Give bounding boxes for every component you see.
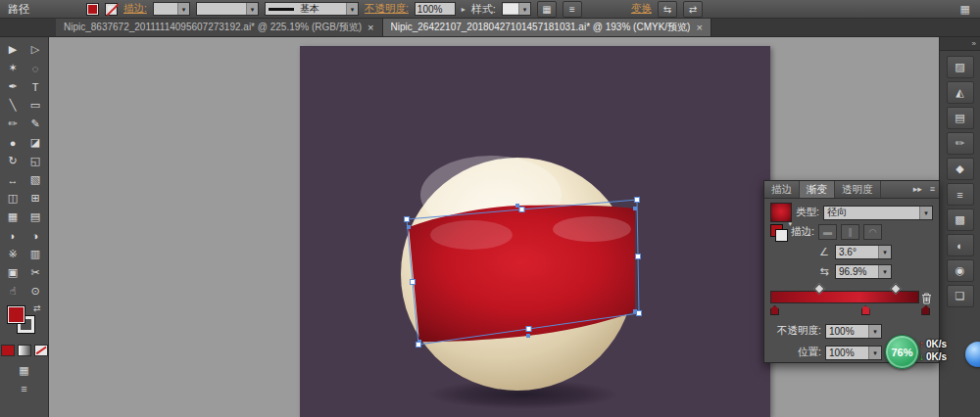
direct-selection-tool[interactable]: ▷ [24,40,47,59]
stop-location-select[interactable]: 100% ▾ [825,346,882,360]
angle-icon: ∠ [817,246,831,258]
zoom-tool[interactable]: ⊙ [24,282,47,301]
stroke-along-button[interactable]: ∥ [841,224,859,240]
width-tool[interactable]: ↔ [2,170,24,189]
close-icon[interactable]: × [368,22,373,33]
hand-tool[interactable]: ☝ [2,282,24,301]
object-type-label: 路径 [8,2,29,17]
tab-stroke[interactable]: 描边 [764,181,800,198]
magic-wand-tool[interactable]: ✶ [2,59,24,77]
paintbrush-tool[interactable]: ✏ [2,115,24,133]
rotate-tool[interactable]: ↻ [2,152,24,170]
gradient-mode-button[interactable] [18,345,31,356]
stroke-color-swatch[interactable] [105,3,118,16]
document-tab-1[interactable]: Nipic_8637672_20111114095607273192.ai* @… [56,19,383,36]
type-tool[interactable]: T [24,77,47,96]
aspect-ratio-input[interactable]: 96.9% ▾ [835,264,892,279]
stroke-within-button[interactable]: ▬ [818,224,837,240]
color-guide-panel-icon[interactable]: ◭ [947,81,974,104]
tab-gradient[interactable]: 渐变 [800,181,835,198]
fill-indicator[interactable] [7,305,25,324]
style-label: 样式: [471,2,496,17]
swap-fill-stroke-icon[interactable]: ⇄ [33,303,41,313]
stroke-panel-link[interactable]: 描边: [123,2,147,16]
mode-buttons: ▦ ≡ [0,364,48,394]
gradient-tool[interactable]: ▤ [24,208,47,226]
style-swatch-combo[interactable]: ▾ [502,2,531,16]
pencil-tool[interactable]: ✎ [24,115,47,133]
drawing-mode-button[interactable]: ▦ [19,364,28,377]
opacity-panel-link[interactable]: 不透明度: [365,2,409,16]
close-icon[interactable]: × [696,22,702,33]
free-transform-tool[interactable]: ▧ [24,170,47,189]
tab-transparency[interactable]: 透明度 [835,181,881,198]
scale-tool[interactable]: ◱ [24,152,47,170]
fill-color-swatch[interactable] [86,3,99,16]
selection-tool[interactable]: ▶ [2,40,24,59]
preferences-button[interactable]: ≡ [563,1,582,18]
color-panel-icon[interactable]: ▨ [947,56,974,78]
eyedropper-tool[interactable]: ◗ [2,226,24,245]
gradient-panel-icon[interactable]: ▩ [947,208,974,231]
gradient-stop[interactable] [921,305,930,315]
stroke-gradient-swatch[interactable] [770,224,787,241]
pathfinder-button[interactable]: ⇄ [683,1,703,18]
opacity-input[interactable]: 100% [415,2,456,16]
panel-menu-icon[interactable]: ≡ [926,181,939,198]
eraser-tool[interactable]: ◪ [24,133,47,152]
collapse-icon[interactable]: ▸▸ [909,181,926,198]
delete-stop-button[interactable] [919,292,933,304]
stop-location-label: 位置: [770,346,821,359]
brush-definition-combo[interactable]: 基本▾ [265,2,359,16]
transform-panel-link[interactable]: 变换 [631,2,652,16]
document-tab-2[interactable]: Nipic_26422107_20180427101457181031.ai* … [383,19,711,36]
lasso-tool[interactable]: ◌ [24,59,47,77]
width-profile-combo[interactable]: ▾ [196,2,259,16]
column-graph-tool[interactable]: ▥ [24,245,47,263]
shape-builder-tool[interactable]: ◫ [2,189,24,208]
trash-icon [921,293,932,304]
network-speed-widget: ↑ 0K/s ↓ 0K/s [919,338,947,363]
appearance-panel-icon[interactable]: ◉ [947,259,974,282]
artboard[interactable] [300,46,770,417]
blob-brush-tool[interactable]: ● [2,133,24,152]
swatches-panel-icon[interactable]: ▤ [947,107,974,129]
workspace-icon[interactable]: ▦ [960,3,970,16]
chevron-down-icon[interactable]: ▾ [788,220,792,228]
color-mode-button[interactable] [1,345,15,356]
artboard-tool[interactable]: ▣ [2,263,24,282]
stop-opacity-select[interactable]: 100% ▾ [825,324,882,339]
gradient-stop[interactable] [770,305,779,315]
stroke-panel-icon[interactable]: ≡ [947,183,974,206]
dock-expand-icon[interactable]: » [940,37,980,51]
layers-panel-icon[interactable]: ❏ [947,285,974,307]
chevron-down-icon: ▾ [246,3,258,15]
upload-speed: 0K/s [926,339,947,349]
stroke-across-button[interactable]: ◠ [863,224,882,240]
brushes-panel-icon[interactable]: ✏ [947,132,974,155]
gradient-type-select[interactable]: 径向 ▾ [823,206,933,220]
pen-tool[interactable]: ✒ [2,77,24,96]
stroke-weight-combo[interactable]: ▾ [153,2,190,16]
slice-tool[interactable]: ✂ [24,263,47,282]
screen-mode-button[interactable]: ≡ [21,383,26,394]
align-button[interactable]: ⇆ [658,1,677,18]
blend-tool[interactable]: ◑ [24,226,47,245]
paint-mode-row [0,345,48,356]
chevron-down-icon: ▾ [868,347,881,359]
none-mode-button[interactable] [34,345,48,356]
gradient-stop[interactable] [861,305,870,315]
rectangle-tool[interactable]: ▭ [24,96,47,115]
mesh-tool[interactable]: ▦ [2,208,24,226]
perspective-grid-tool[interactable]: ⊞ [24,189,47,208]
document-setup-button[interactable]: ▦ [537,1,557,18]
gradient-thumbnail[interactable]: ▾ [770,203,792,222]
opacity-more-icon[interactable]: ▸ [462,5,466,14]
symbols-panel-icon[interactable]: ◆ [947,158,974,180]
progress-badge[interactable]: 76% [885,335,919,369]
angle-input[interactable]: 3.6° ▾ [835,245,892,259]
transparency-panel-icon[interactable]: ◐ [947,234,974,256]
line-segment-tool[interactable]: ╲ [2,96,24,115]
symbol-sprayer-tool[interactable]: ※ [2,245,24,263]
artwork-sphere[interactable] [300,46,770,417]
